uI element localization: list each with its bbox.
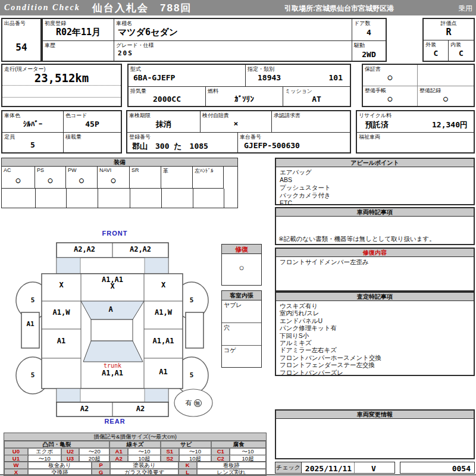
first-registration-value: R02年11月 (43, 27, 114, 38)
inspection-value: 抹消 (127, 119, 200, 130)
check-number-box: 0054 (400, 462, 475, 474)
assessment-line: ドアミラー左右キズ (280, 346, 470, 353)
legend-title: 損傷記号&損傷サイズ(〜最大cm) (4, 433, 266, 441)
engine-box: 型式 6BA-GJEFP 指定・類別 18943 101 排気量 2000CC … (127, 64, 351, 107)
wheel-front-right-size: 5 (183, 296, 200, 304)
headlight-right-icon (145, 258, 168, 274)
recycle-label: リサイクル料 (359, 112, 392, 120)
model-code-label: 型式 (130, 65, 141, 73)
equipment-label: NAVI (99, 167, 111, 173)
color-box: 車体色 ｼﾙﾊﾞｰ 色コード 45P 定員 5 積載量 (1, 110, 122, 154)
warranty-cell: 保証書 ○ (363, 65, 418, 86)
assessment-line: ウスキズ有り (280, 302, 470, 309)
equipment-table: 装備 AC ○ PS ○ PW ○ NAVI ○ SR 革 左ﾊﾝﾄﾞﾙ (1, 158, 238, 208)
wheel-front-left-size: 5 (24, 296, 41, 304)
insurance-cell: 検付自賠責 × (201, 111, 272, 133)
interior-cell: 内装 C (449, 40, 474, 61)
spare-tire-flag: 有無 (176, 399, 211, 408)
approval-cell: 承認請求書 (272, 111, 350, 133)
check-box: チェック 2025/11/11 V (275, 462, 395, 474)
legend-value: 〜10 (128, 448, 161, 455)
equipment-mark: ○ (2, 176, 35, 184)
rear-bumper-left-code: A2 (57, 405, 112, 413)
maintenance-book-mark: ○ (363, 94, 417, 103)
exterior-value: C (424, 49, 448, 58)
doors-cell: ドア数 4 (352, 19, 386, 40)
color-code-cell: 色コード 45P (64, 111, 121, 133)
left-sill-code: A1 (21, 320, 39, 328)
rear-window-shape (83, 341, 143, 362)
equipment-mark: ○ (35, 176, 65, 184)
appeal-lines: エアバッグ ABS プッシュスタート バックカメラ付き ETC (276, 167, 474, 208)
drive-value: 2WD (352, 50, 386, 59)
assessment-line: フロントフェンダーステー左交換 (280, 361, 470, 368)
legend-size-row-1: U0 エクボ U2 〜20 A1 〜10 S1 〜10 C1 〜10 (4, 448, 266, 455)
model-name-value: マツダ6セダン (118, 27, 178, 38)
welfare-cell: 福祉車両 (357, 133, 474, 152)
approval-label: 承認請求書 (274, 112, 300, 120)
lot-number-cell: 出品番号 54 (1, 18, 42, 62)
hood-code-line2: X (81, 283, 144, 290)
legend-size-table: 損傷記号&損傷サイズ(〜最大cm) 凸凹・亀裂 線キズ サビ 腐食 U0 エクボ… (4, 433, 267, 463)
history-cell: 車歴 (43, 40, 114, 61)
chassis-cell: 車台番号 GJEFP-500630 (238, 133, 350, 152)
assessment-title: 査定特記事項 (276, 293, 474, 301)
appeal-panel: アピールポイント エアバッグ ABS プッシュスタート バックカメラ付き ETC (275, 158, 475, 205)
assessment-line: フロントバンパーズレ (280, 369, 470, 376)
inspection-box: 車検期限 抹消 検付自賠責 × 承認請求書 登録番号 郡山 300 た 1085… (126, 110, 351, 154)
header-bar: Condition Check 仙台入札会 788回 引取場所:宮城県仙台市宮城… (0, 0, 476, 15)
equipment-label: 左ﾊﾝﾄﾞﾙ (195, 167, 214, 175)
door-front-right-code: A1,W (144, 308, 183, 317)
legend-code: W (4, 462, 28, 469)
equipment-label: AC (4, 167, 11, 173)
legend-value: 〜10 (230, 448, 266, 455)
vehicle-notes-panel: 車両特記事項 ※記載のない書類・機器等は無しとして取り扱います。 (275, 207, 475, 245)
lot-number-value: 54 (2, 42, 40, 53)
legend-code: S1 (161, 448, 179, 455)
taillight-right-icon (145, 389, 168, 402)
appeal-line: ABS (280, 176, 470, 184)
front-bumper-right-code: A2,A2 (112, 245, 168, 253)
exterior-label: 外装 (425, 41, 436, 49)
pickup-location: 引取場所:宮城県仙台市宮城野区港 (284, 4, 394, 14)
recycle-box: リサイクル料 預託済 12,340円 福祉車両 (356, 110, 475, 154)
class-no1-value: 18943 (258, 73, 281, 82)
taillight-left-icon (57, 389, 80, 402)
equipment-title: 装備 (2, 158, 237, 167)
rear-quarter-right-code: A1 (144, 368, 183, 376)
trunk-code: trunk A1,A1 (81, 362, 144, 377)
interior-box: 客室内張 ヤブレ 穴 コゲ (221, 290, 262, 368)
interior-label: 内装 (450, 41, 461, 49)
color-code-value: 45P (64, 120, 121, 129)
interior-value: C (449, 49, 474, 58)
appeal-line: バックカメラ付き (280, 192, 470, 199)
color-code-label: 色コード (65, 112, 87, 120)
warranty-mark: ○ (363, 73, 417, 82)
capacity-value: 5 (2, 140, 63, 149)
repair-detail-line: フロントサイドメンバー左歪み (280, 258, 470, 266)
equipment-cell-sr: SR (130, 167, 161, 188)
vehicle-notes-note: ※記載のない書類・機器等は無しとして取り扱います。 (278, 235, 436, 243)
front-label: FRONT (89, 230, 140, 237)
equipment-cell-ps: PS ○ (35, 167, 66, 188)
door-rear-right-code: A1,A1 (144, 337, 183, 345)
equipment-mark: ○ (98, 176, 129, 184)
check-number: 0054 (452, 464, 471, 473)
body-color-cell: 車体色 ｼﾙﾊﾞｰ (2, 111, 64, 133)
legend-code: U2 (61, 448, 80, 455)
mileage-value: 23,512km (2, 71, 121, 84)
appeal-line: プッシュスタート (280, 184, 470, 192)
capacity-cell: 定員 5 (2, 133, 64, 152)
repair-flag-mark: ○ (222, 254, 261, 273)
legend-code: P (92, 462, 110, 469)
legend-group: 線キズ (109, 441, 161, 448)
hood-code: A1,A1 X (81, 277, 144, 290)
registration-number-label: 登録番号 (129, 133, 151, 141)
equipment-cell-lhd: 左ﾊﾝﾄﾞﾙ (193, 167, 224, 188)
equipment-cell-navi: NAVI ○ (98, 167, 130, 188)
legend-group: 腐食 (211, 441, 266, 448)
legend-value: 塗装あり (110, 462, 178, 469)
recycle-fee: 12,340円 (432, 120, 468, 130)
equipment-label: SR (131, 167, 139, 173)
equipment-label: PS (37, 167, 44, 173)
